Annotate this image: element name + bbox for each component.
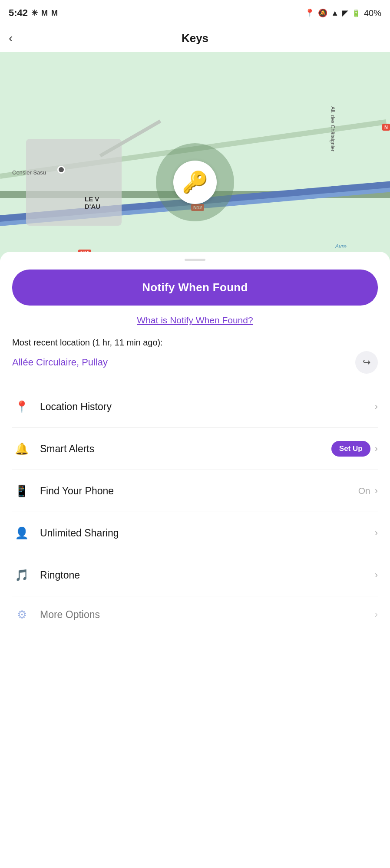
map-road-top (99, 120, 162, 158)
map-area[interactable]: N12 N12 N Censier Sasu LE VD'AU Avre All… (0, 52, 390, 260)
location-address[interactable]: Allée Circulaire, Pullay (12, 357, 108, 368)
find-phone-icon: 📱 (12, 481, 31, 500)
chevron-icon-location-history: › (375, 401, 378, 412)
chevron-icon-find-phone: › (375, 485, 378, 496)
location-time-text: Most recent location (1 hr, 11 min ago): (12, 338, 378, 348)
status-left: 5:42 ✳ M M (9, 7, 58, 19)
notify-when-found-button[interactable]: Notify When Found (12, 270, 378, 306)
wifi-icon: ▲ (331, 9, 339, 18)
menu-label-find-phone: Find Your Phone (40, 485, 358, 497)
unlimited-sharing-icon: 👤 (12, 523, 31, 542)
road-badge-top-right: N (382, 124, 390, 131)
menu-label-smart-alerts: Smart Alerts (40, 443, 331, 455)
status-bar: 5:42 ✳ M M 📍 🔕 ▲ ◤ 🔋 40% (0, 0, 390, 24)
mute-icon: 🔕 (318, 8, 327, 18)
chevron-icon-unlimited-sharing: › (375, 527, 378, 539)
smart-alerts-badge: Set Up (331, 441, 370, 457)
what-is-link[interactable]: What is Notify When Found? (12, 315, 378, 326)
menu-label-more-options: More Options (40, 609, 375, 621)
menu-item-unlimited-sharing[interactable]: 👤 Unlimited Sharing › (12, 512, 378, 554)
menu-label-unlimited-sharing: Unlimited Sharing (40, 527, 375, 539)
location-dot (57, 166, 65, 174)
chevron-icon-smart-alerts: › (375, 443, 378, 454)
tracker-inner: 🔑 (173, 161, 217, 204)
smart-alerts-icon: 🔔 (12, 439, 31, 458)
back-button[interactable]: ‹ (9, 32, 13, 44)
location-history-icon: 📍 (12, 397, 31, 416)
chevron-icon-more-options: › (375, 609, 378, 620)
menu-item-ringtone[interactable]: 🎵 Ringtone › (12, 554, 378, 596)
location-address-row: Allée Circulaire, Pullay ↪ (12, 351, 378, 374)
share-icon: ↪ (363, 357, 370, 368)
menu-item-more-options[interactable]: ⚙ More Options › (12, 596, 378, 628)
top-nav: ‹ Keys (0, 24, 390, 52)
status-right: 📍 🔕 ▲ ◤ 🔋 40% (305, 8, 381, 18)
menu-label-location-history: Location History (40, 401, 375, 413)
sheet-handle (185, 259, 205, 261)
ringtone-icon: 🎵 (12, 566, 31, 585)
menu-label-ringtone: Ringtone (40, 569, 375, 581)
menu-list: 📍 Location History › 🔔 Smart Alerts Set … (12, 386, 378, 628)
mail-icon-2: M (51, 9, 58, 18)
map-label-allees: All. des Châtaignier (330, 106, 336, 151)
map-label-place: LE VD'AU (85, 195, 100, 210)
menu-item-location-history[interactable]: 📍 Location History › (12, 386, 378, 428)
location-info: Most recent location (1 hr, 11 min ago):… (12, 338, 378, 374)
signal-bars-icon: ◤ (342, 8, 348, 18)
bottom-sheet: Notify When Found What is Notify When Fo… (0, 252, 390, 628)
mail-icon-1: M (41, 9, 48, 18)
map-background: N12 N12 N Censier Sasu LE VD'AU Avre All… (0, 52, 390, 260)
battery-level: 40% (364, 8, 381, 18)
more-options-icon: ⚙ (12, 605, 31, 624)
menu-item-smart-alerts[interactable]: 🔔 Smart Alerts Set Up › (12, 428, 378, 470)
tracker-circle: 🔑 (156, 143, 234, 221)
keys-icon: 🔑 (182, 170, 208, 194)
menu-item-find-phone[interactable]: 📱 Find Your Phone On › (12, 470, 378, 512)
location-status-icon: 📍 (305, 8, 314, 18)
map-label-river: Avre (335, 243, 347, 250)
share-button[interactable]: ↪ (355, 351, 378, 374)
map-label-censier: Censier Sasu (12, 169, 46, 176)
page-title: Keys (182, 32, 208, 45)
status-time: 5:42 (9, 7, 28, 19)
battery-icon: 🔋 (352, 9, 360, 17)
find-phone-status: On (358, 486, 370, 496)
signal-icon: ✳ (31, 8, 38, 18)
chevron-icon-ringtone: › (375, 569, 378, 581)
